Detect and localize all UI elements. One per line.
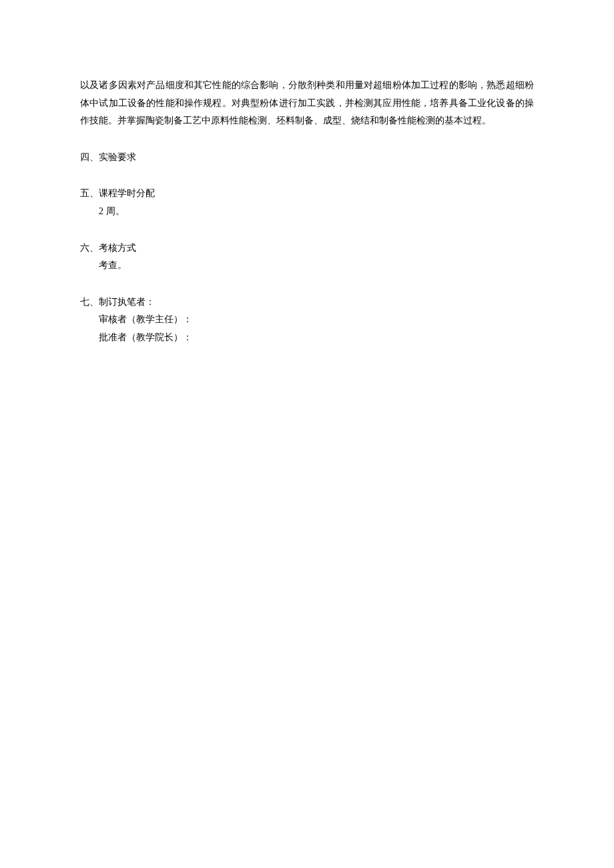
section-7-title: 七、制订执笔者： xyxy=(80,294,534,312)
section-4: 四、实验要求 xyxy=(80,149,534,167)
section-7: 七、制订执笔者： 审核者（教学主任）： 批准者（教学院长）： xyxy=(80,294,534,347)
section-5-title: 五、课程学时分配 xyxy=(80,185,534,203)
section-5-text: 周。 xyxy=(103,206,125,216)
section-5: 五、课程学时分配 2 周。 xyxy=(80,185,534,220)
section-6-content: 考查。 xyxy=(80,257,534,275)
section-4-title: 四、实验要求 xyxy=(80,149,534,167)
intro-paragraph: 以及诸多因素对产品细度和其它性能的综合影响，分散剂种类和用量对超细粉体加工过程的… xyxy=(80,77,534,130)
section-5-content: 2 周。 xyxy=(80,203,534,221)
section-5-number: 2 xyxy=(99,206,103,216)
section-6: 六、考核方式 考查。 xyxy=(80,240,534,275)
section-7-line2: 批准者（教学院长）： xyxy=(80,329,534,347)
section-7-line1: 审核者（教学主任）： xyxy=(80,311,534,329)
section-6-title: 六、考核方式 xyxy=(80,240,534,258)
